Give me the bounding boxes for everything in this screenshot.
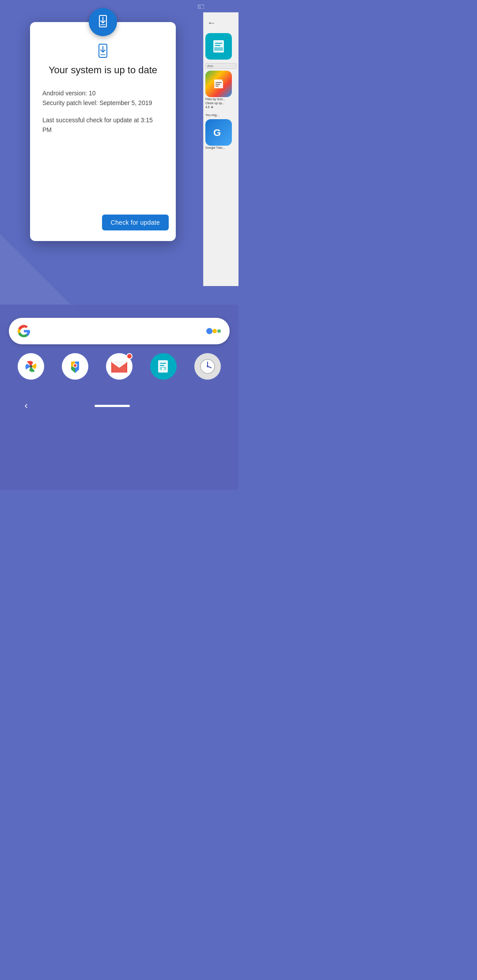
last-check: Last successful check for update at 3:15… <box>42 115 163 135</box>
files-icon <box>205 71 232 97</box>
svg-rect-8 <box>215 43 222 44</box>
svg-rect-24 <box>158 360 168 373</box>
you-might-label: You mig... <box>205 113 237 117</box>
check-for-update-button[interactable]: Check for update <box>102 215 169 230</box>
dialog-top-icon <box>89 8 117 36</box>
gmail-badge <box>126 353 132 359</box>
dialog-phone-icon <box>95 43 111 59</box>
search-bar-left <box>18 325 34 337</box>
pinwheel-icon <box>18 353 44 380</box>
maps-logo <box>67 358 83 375</box>
slides-logo <box>156 359 171 374</box>
app-dock <box>0 353 238 380</box>
pinwheel-app[interactable] <box>18 353 44 380</box>
svg-point-22 <box>74 364 76 367</box>
clock-app[interactable] <box>194 353 221 380</box>
translate-logo: G <box>212 125 226 139</box>
files-app-desc: Clean up sp... <box>205 101 237 105</box>
right-panel: ← Ads Files by Goo... Clean up sp... 4.6… <box>203 12 238 286</box>
dialog-actions: Check for update <box>30 215 176 230</box>
clock-icon <box>194 353 221 380</box>
svg-rect-26 <box>160 365 164 366</box>
home-screen: ‹ <box>0 305 238 490</box>
svg-rect-9 <box>215 45 220 46</box>
google-assistant-icon[interactable] <box>205 323 221 339</box>
slides-icon <box>150 353 177 380</box>
right-panel-app-icon <box>205 33 232 60</box>
pinwheel-logo <box>23 358 39 375</box>
slides-icon <box>211 38 227 54</box>
slides-app[interactable] <box>150 353 177 380</box>
maps-app[interactable] <box>62 353 88 380</box>
svg-point-20 <box>30 365 32 368</box>
security-patch: Security patch level: September 5, 2019 <box>42 98 163 108</box>
download-phone-icon <box>95 15 110 30</box>
dialog-content: Your system is up to date Android versio… <box>30 22 176 135</box>
files-app-name: Files by Goo... <box>205 97 237 101</box>
android-version: Android version: 10 <box>42 88 163 98</box>
files-app-rating: 4.6 ★ <box>205 105 237 109</box>
translate-app-name: Google Tran... <box>205 146 237 150</box>
cast-icon <box>198 4 204 9</box>
dialog-info: Android version: 10 Security patch level… <box>41 88 165 135</box>
nav-home-indicator[interactable] <box>95 405 130 407</box>
nav-bar: ‹ <box>0 393 238 420</box>
svg-point-17 <box>206 328 212 334</box>
nav-back-button[interactable]: ‹ <box>24 400 27 411</box>
phone-download-icon <box>95 43 111 59</box>
gmail-logo <box>111 360 127 373</box>
google-search-bar[interactable] <box>9 318 230 344</box>
assistant-dots-icon <box>205 323 221 339</box>
svg-rect-25 <box>160 363 166 364</box>
svg-point-31 <box>207 366 208 367</box>
svg-point-18 <box>212 329 217 333</box>
google-logo <box>18 325 30 337</box>
update-dialog: Your system is up to date Android versio… <box>30 22 176 241</box>
back-button[interactable]: ← <box>205 16 237 30</box>
translate-icon: G <box>205 119 232 146</box>
svg-point-19 <box>217 329 221 333</box>
svg-text:G: G <box>213 127 221 138</box>
files-logo <box>212 77 225 90</box>
gmail-icon <box>106 353 132 380</box>
clock-logo <box>199 358 216 375</box>
gmail-app[interactable] <box>106 353 132 380</box>
maps-icon <box>62 353 88 380</box>
ads-label: Ads <box>205 63 237 69</box>
files-app-item: Files by Goo... Clean up sp... 4.6 ★ <box>205 71 237 109</box>
dialog-title: Your system is up to date <box>49 64 157 76</box>
